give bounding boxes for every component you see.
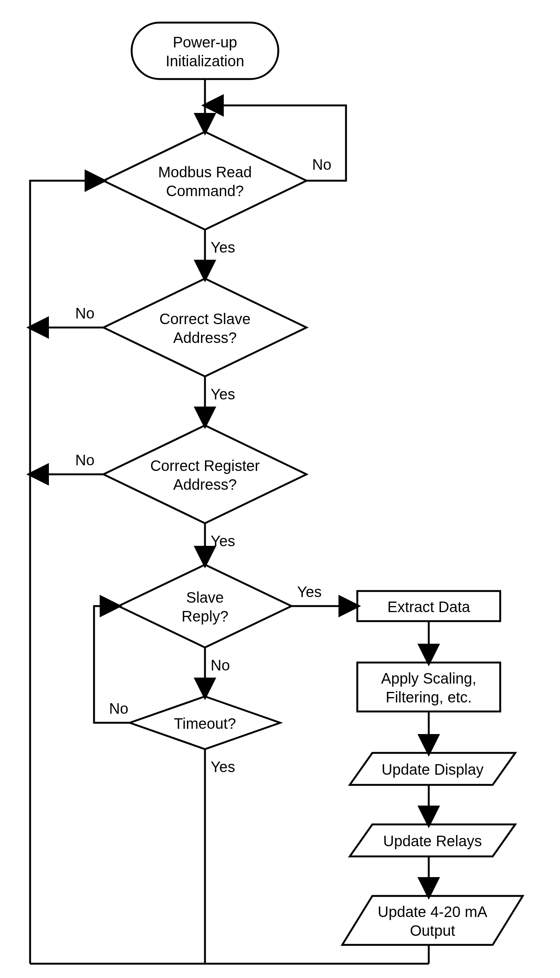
d3-no-label: No [75,452,94,468]
p5-label-2: Output [410,922,455,939]
decision-modbus-read [103,132,307,230]
d1-no-label: No [312,156,331,173]
d1-label-1: Modbus Read [158,164,252,180]
start-node [132,23,278,79]
d4-label-1: Slave [186,589,224,606]
d1-label-2: Command? [166,182,244,199]
d4-no-label: No [211,657,230,674]
d1-yes-label: Yes [211,239,235,256]
d5-yes-label: Yes [211,759,235,775]
d5-no-label: No [109,700,128,717]
d3-yes-label: Yes [211,533,235,549]
d2-label-1: Correct Slave [160,311,250,327]
d4-yes-label: Yes [297,583,322,600]
d5-label-1: Timeout? [174,715,236,732]
decision-correct-register [103,425,307,523]
decision-correct-slave [103,279,307,376]
p1-label: Extract Data [387,599,470,615]
flowchart: Power-up Initialization Modbus Read Comm… [0,0,560,978]
d3-label-2: Address? [173,476,237,493]
d2-label-2: Address? [173,329,237,346]
d3-label-1: Correct Register [150,457,260,474]
p2-label-2: Filtering, etc. [386,689,472,705]
d2-no-label: No [75,305,94,321]
start-label-1: Power-up [173,34,237,50]
edge-left-rail [30,181,103,964]
start-label-2: Initialization [165,53,244,69]
decision-slave-reply [118,565,292,647]
d2-yes-label: Yes [211,386,235,403]
p5-label-1: Update 4-20 mA [378,903,487,920]
d4-label-2: Reply? [182,608,229,625]
p2-label-1: Apply Scaling, [381,670,476,687]
p4-label: Update Relays [383,833,482,849]
p3-label: Update Display [382,761,483,778]
